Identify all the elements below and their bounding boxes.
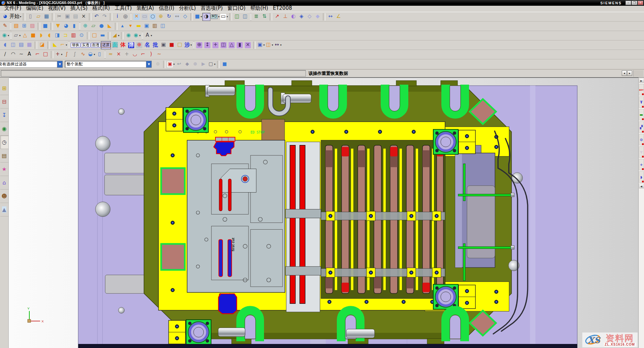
- expand-panel-button[interactable]: ▸: [639, 78, 644, 83]
- copy-py-icon[interactable]: ▣: [159, 41, 168, 49]
- palette-icon[interactable]: ▤: [0, 149, 8, 163]
- edit-display-icon[interactable]: ◐: [289, 13, 297, 21]
- menu-view[interactable]: 视图(V): [46, 6, 68, 12]
- restore-button[interactable]: 还原: [101, 41, 111, 49]
- minimize-button[interactable]: –: [625, 1, 631, 5]
- project-curve-icon[interactable]: ∫: [71, 51, 79, 59]
- emboss-icon[interactable]: ▣: [143, 22, 151, 30]
- scoop-icon[interactable]: ◗: [37, 32, 45, 40]
- show-hide-icon[interactable]: ◈: [297, 13, 305, 21]
- collapse-panel-button[interactable]: ◂: [639, 184, 644, 188]
- dropdown-arrow[interactable]: ▾: [94, 53, 95, 56]
- dropdown-arrow[interactable]: ▾: [118, 34, 119, 37]
- scope-combo[interactable]: 整个装配 ▼: [65, 61, 152, 68]
- dropdown-arrow[interactable]: ▾: [201, 15, 202, 18]
- scroll-right-button[interactable]: ▸: [627, 70, 632, 76]
- menu-file[interactable]: 文件(F): [2, 6, 24, 12]
- delete-icon[interactable]: ×: [80, 13, 88, 21]
- zoom-circle-icon[interactable]: ○: [149, 13, 157, 21]
- edit-curve-icon[interactable]: ≈: [107, 51, 115, 59]
- dropdown-arrow[interactable]: ▾: [20, 15, 21, 18]
- pocket-icon[interactable]: ▾: [126, 22, 135, 30]
- zoom-in-out-icon[interactable]: ⊕: [157, 13, 165, 21]
- pan-icon[interactable]: ↔: [173, 13, 181, 21]
- fold-surface-icon[interactable]: ◪: [38, 41, 46, 49]
- draft-body-icon[interactable]: ▨: [28, 22, 36, 30]
- instance-feature-icon[interactable]: ◉▾: [1, 32, 9, 40]
- tube-icon[interactable]: ▯: [95, 51, 104, 59]
- stretch-curve-icon[interactable]: ): [147, 51, 155, 59]
- drag-component-icon[interactable]: +: [211, 41, 219, 49]
- dropdown-arrow[interactable]: ▾: [19, 34, 21, 37]
- shell-icon[interactable]: □: [90, 32, 98, 40]
- lift-component-icon[interactable]: ↕: [203, 41, 211, 49]
- hide-icon[interactable]: ◇: [305, 13, 314, 21]
- section-surface-icon[interactable]: ◒▾: [87, 51, 95, 59]
- mate-component-icon[interactable]: ◫: [219, 41, 228, 49]
- zoom-window-icon[interactable]: ▭: [141, 13, 149, 21]
- dropdown-arrow[interactable]: ▾: [151, 34, 152, 37]
- spline-icon[interactable]: ∼: [17, 51, 25, 59]
- groove-icon[interactable]: ◫: [159, 22, 167, 30]
- batch-char-button[interactable]: 批: [151, 41, 159, 49]
- cylinder-component-icon[interactable]: ▮: [236, 41, 244, 49]
- roles-icon[interactable]: ★: [0, 163, 8, 176]
- dropdown-arrow[interactable]: ▾: [139, 34, 141, 37]
- maximize-button[interactable]: ❐: [632, 1, 637, 5]
- punch-part-icon[interactable]: ▼: [639, 146, 644, 158]
- fillet-curve-icon[interactable]: ◡: [131, 51, 139, 59]
- dropdown-arrow[interactable]: ▾: [191, 44, 192, 47]
- image-capture-icon[interactable]: ▲: [0, 203, 8, 216]
- bolt-part-icon[interactable]: Ŧ: [639, 96, 644, 108]
- unite-icon[interactable]: ■: [29, 32, 37, 40]
- undo-icon[interactable]: ↶: [92, 13, 100, 21]
- move-component-icon[interactable]: ⊕: [195, 41, 203, 49]
- history-icon[interactable]: ◷: [0, 136, 8, 149]
- start-menu-button[interactable]: 开始▾: [9, 13, 22, 21]
- export-window-icon[interactable]: ◫: [241, 13, 249, 21]
- chamfer-icon[interactable]: ◢▾: [111, 32, 120, 40]
- revolve-icon[interactable]: ◕: [62, 22, 70, 30]
- menu-preferences[interactable]: 首选项(P): [198, 6, 225, 12]
- replace-button[interactable]: 替换: [70, 41, 81, 49]
- new-file-icon[interactable]: ▯: [26, 13, 34, 21]
- datum-plane-grid-icon[interactable]: ▱▾: [12, 32, 21, 40]
- menu-assemblies[interactable]: 装配(A): [134, 6, 156, 12]
- arc-icon[interactable]: ◠: [9, 51, 17, 59]
- swept-surface-icon[interactable]: ◖: [1, 41, 9, 49]
- line-icon[interactable]: ∕: [1, 51, 9, 59]
- plate-part-icon[interactable]: ⊙: [639, 134, 644, 145]
- perspective-icon[interactable]: ◇: [181, 13, 189, 21]
- menu-insert[interactable]: 插入(S): [68, 6, 90, 12]
- text-icon[interactable]: A: [25, 51, 33, 59]
- draft-angle-icon[interactable]: △: [21, 32, 29, 40]
- dropdown-arrow[interactable]: ▾: [272, 44, 273, 47]
- menu-format[interactable]: 格式(R): [90, 6, 112, 12]
- curve-mesh-icon[interactable]: ▦: [25, 41, 33, 49]
- bracket-part-icon[interactable]: ▞: [639, 121, 644, 133]
- boss-icon[interactable]: ▴: [118, 22, 126, 30]
- chevron-down-icon[interactable]: ▼: [57, 61, 62, 67]
- scroll-left-button[interactable]: ◂: [622, 70, 627, 76]
- corner-curve-icon[interactable]: ⌐: [139, 51, 147, 59]
- dropdown-arrow[interactable]: ▾: [66, 44, 67, 47]
- scoop2-icon[interactable]: ◖: [45, 32, 53, 40]
- elbow-part-icon[interactable]: ◗: [639, 171, 644, 183]
- datum-vector-icon[interactable]: ↗: [273, 13, 281, 21]
- red-cube-icon[interactable]: ■: [168, 41, 176, 49]
- blend-icon[interactable]: ◉: [124, 32, 133, 40]
- select-rectangle-icon[interactable]: ▢▾: [207, 60, 216, 68]
- wcs-orient-icon[interactable]: ⊥: [281, 13, 289, 21]
- cube-measure-icon[interactable]: ↔▾: [273, 41, 282, 49]
- sketch-icon[interactable]: ✎: [1, 22, 9, 30]
- solid-transparent-button[interactable]: 实透: [81, 41, 91, 49]
- constraint-navigator-icon[interactable]: ⊟: [0, 95, 8, 109]
- point-icon[interactable]: ⊕: [81, 22, 89, 30]
- she-char-button[interactable]: 涉▾: [184, 41, 192, 49]
- catalog-icon[interactable]: ▥: [151, 22, 159, 30]
- close-button[interactable]: ×: [638, 1, 643, 5]
- unite-striped-icon[interactable]: ▥: [69, 32, 78, 40]
- information-icon[interactable]: i: [113, 13, 121, 21]
- shaded-display-icon[interactable]: ■▾: [194, 13, 202, 21]
- scoop-component-icon[interactable]: △: [228, 41, 236, 49]
